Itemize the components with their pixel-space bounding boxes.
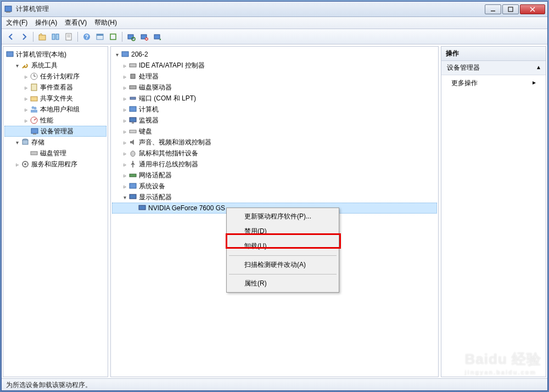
spacer [23,127,30,135]
back-button[interactable] [5,31,17,43]
device-root[interactable]: ▾ 206-2 [112,49,437,60]
right-panel: 操作 设备管理器 ▴ 更多操作 ▸ [441,46,546,377]
device-network[interactable]: ▹网络适配器 [112,170,437,181]
close-button[interactable] [520,4,545,14]
scan-hardware-button[interactable] [125,31,137,43]
cm-scan[interactable]: 扫描检测硬件改动(A) [228,257,338,272]
svg-rect-47 [130,107,136,111]
cm-disable[interactable]: 禁用(D) [228,224,338,239]
device-mouse[interactable]: ▹鼠标和其他指针设备 [112,148,437,159]
device-manager-icon [30,127,39,136]
properties-button[interactable] [94,31,106,43]
expand-icon[interactable]: ▹ [22,72,30,80]
toolbar-separator [77,32,78,42]
window-buttons [485,4,545,14]
cm-update-driver[interactable]: 更新驱动程序软件(P)... [228,209,338,224]
svg-rect-0 [5,6,12,12]
device-usb[interactable]: ▹通用串行总线控制器 [112,159,437,170]
svg-rect-3 [508,7,513,12]
device-system[interactable]: ▹系统设备 [112,181,437,192]
device-ports[interactable]: ▹端口 (COM 和 LPT) [112,93,437,104]
actions-section[interactable]: 设备管理器 ▴ [441,61,546,75]
expand-icon[interactable]: ▹ [121,83,128,91]
update-driver-button[interactable] [152,31,164,43]
performance-icon [30,116,38,125]
forward-button[interactable] [18,31,30,43]
tree-shared-folders[interactable]: ▹ 共享文件夹 [4,93,107,104]
mouse-icon [128,149,137,158]
svg-rect-43 [130,64,136,67]
expand-icon[interactable]: ▹ [22,105,30,113]
tree-storage[interactable]: ▾ 存储 [4,137,107,148]
expand-icon[interactable]: ▹ [121,149,128,157]
cm-properties[interactable]: 属性(R) [228,276,338,291]
sound-icon [128,138,137,147]
tree-label: 事件查看器 [40,83,73,92]
tree-performance[interactable]: ▹ 性能 [4,115,107,126]
device-computer[interactable]: ▹计算机 [112,104,437,115]
show-hide-console-button[interactable] [49,31,61,43]
up-button[interactable] [36,31,48,43]
menu-view[interactable]: 查看(V) [65,18,87,27]
help-button[interactable]: ? [81,31,93,43]
tree-label: 计算机 [139,105,159,114]
menu-help[interactable]: 帮助(H) [94,18,117,27]
collapse-icon[interactable]: ▾ [113,51,121,58]
expand-icon[interactable]: ▹ [22,83,30,91]
expand-icon[interactable]: ▹ [121,105,128,113]
device-disk[interactable]: ▹磁盘驱动器 [112,82,437,93]
export-list-button[interactable] [63,31,75,43]
statusbar: 为所选设备卸载该驱动程序。 [2,378,547,390]
collapse-icon[interactable]: ▾ [13,138,21,146]
tree-local-users[interactable]: ▹ 本地用户和组 [4,104,107,115]
collapse-icon[interactable]: ▾ [121,193,128,201]
expand-icon[interactable]: ▹ [121,72,128,80]
minimize-button[interactable] [485,4,501,14]
tree-root[interactable]: 计算机管理(本地) [4,49,107,60]
device-monitor[interactable]: ▹监视器 [112,115,437,126]
expand-icon[interactable]: ▹ [121,138,128,146]
uninstall-button[interactable] [138,31,150,43]
expand-icon[interactable]: ▹ [121,116,128,124]
device-sound[interactable]: ▹声音、视频和游戏控制器 [112,137,437,148]
tree-label: 声音、视频和游戏控制器 [139,138,211,147]
toolbar: ? [2,29,547,44]
tree-disk-mgmt[interactable]: 磁盘管理 [4,148,107,159]
collapse-icon[interactable]: ▾ [13,61,21,69]
menu-action[interactable]: 操作(A) [35,18,57,27]
tree-label: IDE ATA/ATAPI 控制器 [139,61,205,70]
expand-icon[interactable]: ▹ [121,171,128,179]
tree-label: 设备管理器 [41,127,74,136]
svg-rect-52 [130,174,136,177]
menu-file[interactable]: 文件(F) [6,18,27,27]
svg-rect-32 [31,110,37,113]
svg-point-41 [24,163,26,165]
more-actions[interactable]: 更多操作 ▸ [441,75,546,91]
expand-icon[interactable]: ▹ [22,116,30,124]
device-display[interactable]: ▾显示适配器 [112,192,437,203]
expand-icon[interactable]: ▹ [121,61,128,69]
device-keyboard[interactable]: ▹键盘 [112,126,437,137]
cm-uninstall[interactable]: 卸载(U) [228,239,338,254]
tree-system-tools[interactable]: ▾ 系统工具 [4,60,107,71]
tree-task-scheduler[interactable]: ▹ 任务计划程序 [4,71,107,82]
expand-icon[interactable]: ▹ [121,182,128,190]
maximize-button[interactable] [502,4,519,14]
expand-icon[interactable]: ▹ [121,127,128,135]
tree-device-manager[interactable]: 设备管理器 [4,126,107,137]
users-icon [30,105,38,114]
tree-label: 端口 (COM 和 LPT) [139,94,196,103]
expand-icon[interactable]: ▹ [22,94,30,102]
refresh-button[interactable] [107,31,119,43]
device-ide[interactable]: ▹IDE ATA/ATAPI 控制器 [112,60,437,71]
monitor-icon [128,116,137,125]
device-cpu[interactable]: ▹处理器 [112,71,437,82]
expand-icon[interactable]: ▹ [121,160,128,168]
gpu-icon [138,204,147,212]
expand-icon[interactable]: ▹ [13,160,21,168]
tree-services[interactable]: ▹ 服务和应用程序 [4,159,107,170]
expand-icon[interactable]: ▹ [121,94,128,102]
tree-event-viewer[interactable]: ▹ 事件查看器 [4,82,107,93]
disk-icon [30,149,38,158]
svg-rect-7 [52,34,55,40]
